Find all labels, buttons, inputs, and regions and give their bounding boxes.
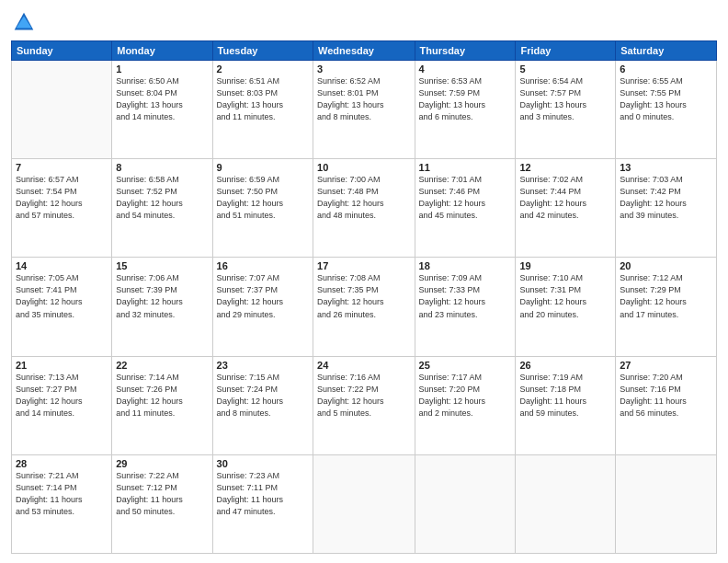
- week-row-4: 21Sunrise: 7:13 AM Sunset: 7:27 PM Dayli…: [12, 356, 717, 454]
- day-cell: 29Sunrise: 7:22 AM Sunset: 7:12 PM Dayli…: [112, 454, 212, 553]
- day-number: 22: [116, 360, 208, 371]
- day-info: Sunrise: 6:51 AM Sunset: 8:03 PM Dayligh…: [217, 75, 309, 123]
- day-info: Sunrise: 6:54 AM Sunset: 7:57 PM Dayligh…: [519, 75, 611, 123]
- column-header-saturday: Saturday: [616, 41, 717, 61]
- day-info: Sunrise: 7:20 AM Sunset: 7:16 PM Dayligh…: [620, 372, 712, 419]
- day-number: 6: [620, 63, 712, 75]
- day-cell: 15Sunrise: 7:06 AM Sunset: 7:39 PM Dayli…: [112, 258, 212, 356]
- day-info: Sunrise: 6:50 AM Sunset: 8:04 PM Dayligh…: [116, 75, 208, 123]
- week-row-1: 1Sunrise: 6:50 AM Sunset: 8:04 PM Daylig…: [12, 61, 717, 159]
- day-info: Sunrise: 7:12 AM Sunset: 7:29 PM Dayligh…: [620, 272, 712, 320]
- day-cell: 3Sunrise: 6:52 AM Sunset: 8:01 PM Daylig…: [313, 61, 415, 159]
- day-number: 21: [16, 360, 108, 371]
- day-number: 17: [317, 260, 411, 271]
- day-cell: 13Sunrise: 7:03 AM Sunset: 7:42 PM Dayli…: [616, 159, 717, 258]
- week-row-5: 28Sunrise: 7:21 AM Sunset: 7:14 PM Dayli…: [12, 454, 717, 553]
- day-cell: 18Sunrise: 7:09 AM Sunset: 7:33 PM Dayli…: [415, 258, 516, 356]
- day-number: 24: [317, 360, 411, 371]
- day-cell: 2Sunrise: 6:51 AM Sunset: 8:03 PM Daylig…: [212, 61, 313, 159]
- day-number: 28: [16, 458, 108, 469]
- day-number: 12: [519, 162, 611, 173]
- day-info: Sunrise: 6:53 AM Sunset: 7:59 PM Dayligh…: [419, 75, 512, 123]
- calendar-header-row: SundayMondayTuesdayWednesdayThursdayFrid…: [12, 41, 717, 61]
- day-number: 8: [116, 162, 208, 173]
- day-info: Sunrise: 7:16 AM Sunset: 7:22 PM Dayligh…: [317, 372, 411, 419]
- day-number: 27: [620, 360, 712, 371]
- week-row-3: 14Sunrise: 7:05 AM Sunset: 7:41 PM Dayli…: [12, 258, 717, 356]
- day-cell: 14Sunrise: 7:05 AM Sunset: 7:41 PM Dayli…: [12, 258, 112, 356]
- day-info: Sunrise: 7:19 AM Sunset: 7:18 PM Dayligh…: [519, 372, 611, 419]
- column-header-friday: Friday: [516, 41, 616, 61]
- day-number: 13: [620, 162, 712, 173]
- column-header-wednesday: Wednesday: [313, 41, 415, 61]
- column-header-monday: Monday: [112, 41, 212, 61]
- day-info: Sunrise: 7:17 AM Sunset: 7:20 PM Dayligh…: [419, 372, 512, 419]
- day-number: 15: [116, 260, 208, 271]
- column-header-thursday: Thursday: [415, 41, 516, 61]
- day-number: 26: [519, 360, 611, 371]
- day-info: Sunrise: 6:52 AM Sunset: 8:01 PM Dayligh…: [317, 75, 411, 123]
- day-number: 9: [217, 162, 309, 173]
- day-info: Sunrise: 6:57 AM Sunset: 7:54 PM Dayligh…: [16, 174, 108, 222]
- day-number: 16: [217, 260, 309, 271]
- day-number: 19: [519, 260, 611, 271]
- day-info: Sunrise: 6:55 AM Sunset: 7:55 PM Dayligh…: [620, 75, 712, 123]
- day-cell: 4Sunrise: 6:53 AM Sunset: 7:59 PM Daylig…: [415, 61, 516, 159]
- day-info: Sunrise: 7:00 AM Sunset: 7:48 PM Dayligh…: [317, 174, 411, 222]
- day-info: Sunrise: 7:01 AM Sunset: 7:46 PM Dayligh…: [419, 174, 512, 222]
- day-cell: 7Sunrise: 6:57 AM Sunset: 7:54 PM Daylig…: [12, 159, 112, 258]
- day-info: Sunrise: 7:07 AM Sunset: 7:37 PM Dayligh…: [217, 272, 309, 320]
- day-info: Sunrise: 6:58 AM Sunset: 7:52 PM Dayligh…: [116, 174, 208, 222]
- day-number: 29: [116, 458, 208, 469]
- day-number: 1: [116, 63, 208, 75]
- svg-marker-1: [17, 16, 32, 28]
- day-cell: 10Sunrise: 7:00 AM Sunset: 7:48 PM Dayli…: [313, 159, 415, 258]
- day-cell: 22Sunrise: 7:14 AM Sunset: 7:26 PM Dayli…: [112, 356, 212, 454]
- day-number: 10: [317, 162, 411, 173]
- day-info: Sunrise: 7:22 AM Sunset: 7:12 PM Dayligh…: [116, 470, 208, 518]
- day-cell: 27Sunrise: 7:20 AM Sunset: 7:16 PM Dayli…: [616, 356, 717, 454]
- day-info: Sunrise: 7:03 AM Sunset: 7:42 PM Dayligh…: [620, 174, 712, 222]
- day-info: Sunrise: 7:05 AM Sunset: 7:41 PM Dayligh…: [16, 272, 108, 320]
- day-info: Sunrise: 7:09 AM Sunset: 7:33 PM Dayligh…: [419, 272, 512, 320]
- day-cell: 25Sunrise: 7:17 AM Sunset: 7:20 PM Dayli…: [415, 356, 516, 454]
- day-number: 5: [519, 63, 611, 75]
- day-cell: 1Sunrise: 6:50 AM Sunset: 8:04 PM Daylig…: [112, 61, 212, 159]
- day-cell: 24Sunrise: 7:16 AM Sunset: 7:22 PM Dayli…: [313, 356, 415, 454]
- day-cell: 9Sunrise: 6:59 AM Sunset: 7:50 PM Daylig…: [212, 159, 313, 258]
- day-number: 2: [217, 63, 309, 75]
- logo: [11, 9, 40, 35]
- day-number: 4: [419, 63, 512, 75]
- header: [11, 9, 717, 35]
- day-number: 7: [16, 162, 108, 173]
- day-info: Sunrise: 7:08 AM Sunset: 7:35 PM Dayligh…: [317, 272, 411, 320]
- day-cell: 28Sunrise: 7:21 AM Sunset: 7:14 PM Dayli…: [12, 454, 112, 553]
- day-cell: 17Sunrise: 7:08 AM Sunset: 7:35 PM Dayli…: [313, 258, 415, 356]
- calendar-table: SundayMondayTuesdayWednesdayThursdayFrid…: [11, 40, 717, 554]
- day-cell: [12, 61, 112, 159]
- day-number: 18: [419, 260, 512, 271]
- day-info: Sunrise: 7:10 AM Sunset: 7:31 PM Dayligh…: [519, 272, 611, 320]
- day-cell: 30Sunrise: 7:23 AM Sunset: 7:11 PM Dayli…: [212, 454, 313, 553]
- day-cell: 26Sunrise: 7:19 AM Sunset: 7:18 PM Dayli…: [516, 356, 616, 454]
- day-cell: [415, 454, 516, 553]
- column-header-tuesday: Tuesday: [212, 41, 313, 61]
- day-info: Sunrise: 7:02 AM Sunset: 7:44 PM Dayligh…: [519, 174, 611, 222]
- column-header-sunday: Sunday: [12, 41, 112, 61]
- day-cell: 16Sunrise: 7:07 AM Sunset: 7:37 PM Dayli…: [212, 258, 313, 356]
- day-cell: 12Sunrise: 7:02 AM Sunset: 7:44 PM Dayli…: [516, 159, 616, 258]
- day-number: 14: [16, 260, 108, 271]
- day-number: 30: [217, 458, 309, 469]
- day-number: 3: [317, 63, 411, 75]
- day-cell: 5Sunrise: 6:54 AM Sunset: 7:57 PM Daylig…: [516, 61, 616, 159]
- day-cell: 21Sunrise: 7:13 AM Sunset: 7:27 PM Dayli…: [12, 356, 112, 454]
- day-info: Sunrise: 7:21 AM Sunset: 7:14 PM Dayligh…: [16, 470, 108, 518]
- day-info: Sunrise: 7:14 AM Sunset: 7:26 PM Dayligh…: [116, 372, 208, 419]
- page: SundayMondayTuesdayWednesdayThursdayFrid…: [0, 0, 728, 563]
- day-cell: [516, 454, 616, 553]
- day-cell: 19Sunrise: 7:10 AM Sunset: 7:31 PM Dayli…: [516, 258, 616, 356]
- day-cell: 20Sunrise: 7:12 AM Sunset: 7:29 PM Dayli…: [616, 258, 717, 356]
- day-number: 23: [217, 360, 309, 371]
- day-info: Sunrise: 7:15 AM Sunset: 7:24 PM Dayligh…: [217, 372, 309, 419]
- day-number: 20: [620, 260, 712, 271]
